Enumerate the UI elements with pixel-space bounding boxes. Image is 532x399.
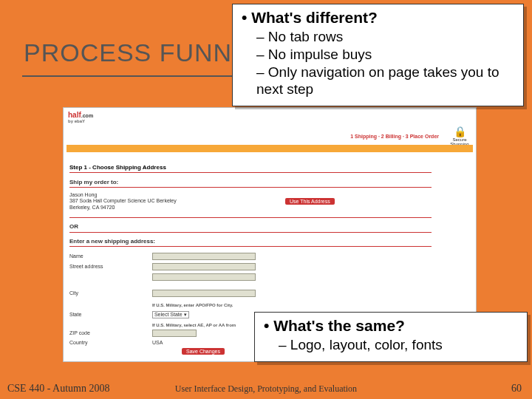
country-value: USA <box>152 340 163 345</box>
callout-whats-same: • What's the same? – Logo, layout, color… <box>254 312 528 362</box>
divider <box>69 217 432 218</box>
callout-heading: • What's different? <box>242 9 514 27</box>
row-state-note: If U.S. Military, enter APO/FPO for City… <box>69 302 233 307</box>
zip-field[interactable] <box>152 330 197 337</box>
row-name: Name <box>69 253 256 260</box>
callout-item: – Only navigation on page takes you to n… <box>256 64 514 99</box>
street-field-2[interactable] <box>152 273 256 281</box>
name-field[interactable] <box>152 253 256 260</box>
secure-shopping-badge: 🔒 Secure Shopping <box>448 126 471 146</box>
divider <box>69 246 432 247</box>
row-street2 <box>69 273 256 281</box>
address-line2: Berkeley, CA 94720 <box>69 205 177 211</box>
page-number: 60 <box>511 383 522 395</box>
ship-to-label: Ship my order to: <box>69 179 118 185</box>
save-changes-button[interactable]: Save Changes <box>182 348 225 355</box>
logo-text-main: half <box>68 111 81 119</box>
row-zip-note: If U.S. Military, select AE, AP or AA fr… <box>69 322 236 327</box>
use-this-address-button[interactable]: Use This Address <box>285 198 335 205</box>
checkout-steps: 1 Shipping · 2 Billing · 3 Place Order <box>350 134 439 139</box>
label-zip: ZIP code <box>69 330 151 335</box>
callout-item: – No impulse buys <box>256 46 514 64</box>
callout-item: – No tab rows <box>256 28 514 46</box>
row-street: Street address <box>69 263 256 270</box>
site-logo: half.com by ebaY <box>68 111 93 123</box>
row-country: Country USA <box>69 340 163 345</box>
or-label: OR <box>69 223 78 230</box>
divider <box>69 172 432 173</box>
row-city: City <box>69 290 256 297</box>
header-bar <box>66 145 473 152</box>
state-note: If U.S. Military, enter APO/FPO for City… <box>152 303 233 307</box>
label-street: Street address <box>69 264 151 269</box>
callout-whats-different: • What's different? – No tab rows – No i… <box>232 4 524 106</box>
logo-byline: by ebaY <box>68 119 93 123</box>
label-city: City <box>69 290 151 296</box>
row-state: State Select State ▾ <box>69 311 189 318</box>
footer-title: User Interface Design, Prototyping, and … <box>0 383 532 395</box>
divider <box>69 232 432 233</box>
address-name: Jason Hong <box>69 192 177 198</box>
step-title: Step 1 - Choose Shipping Address <box>69 164 166 171</box>
zip-note: If U.S. Military, select AE, AP or AA fr… <box>152 323 236 327</box>
state-select[interactable]: Select State ▾ <box>152 311 189 318</box>
enter-new-address-label: Enter a new shipping address: <box>69 238 155 245</box>
row-zip: ZIP code <box>69 330 197 337</box>
address-line1: 387 Soda Hall Computer Science UC Berkel… <box>69 198 177 204</box>
callout-item: – Logo, layout, color, fonts <box>279 336 518 354</box>
label-country: Country <box>69 340 151 345</box>
label-state: State <box>69 312 151 317</box>
street-field-1[interactable] <box>152 263 256 270</box>
logo-text-suffix: .com <box>81 113 93 118</box>
city-field[interactable] <box>152 290 256 297</box>
callout-heading: • What's the same? <box>264 317 518 335</box>
lock-icon: 🔒 <box>448 126 471 137</box>
label-name: Name <box>69 253 151 259</box>
slide-title: PROCESS FUNNEL <box>24 38 265 67</box>
saved-address: Jason Hong 387 Soda Hall Computer Scienc… <box>69 192 177 211</box>
divider <box>69 187 432 188</box>
